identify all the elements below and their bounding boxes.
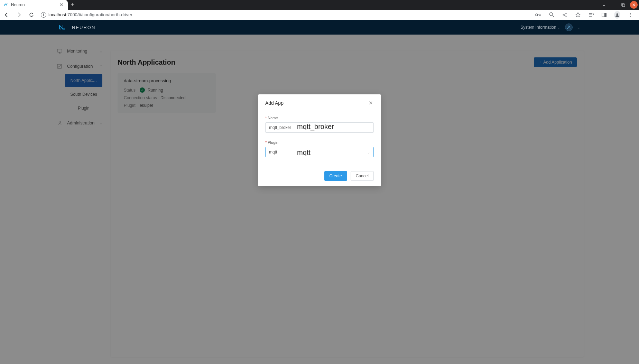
side-panel-icon[interactable]: [601, 13, 607, 17]
chevron-down-icon: ⌄: [367, 150, 370, 154]
password-key-icon[interactable]: [535, 13, 541, 17]
user-avatar-icon[interactable]: [565, 24, 573, 31]
tab-title: Neuron: [11, 2, 59, 7]
window-maximize-icon[interactable]: [620, 1, 627, 8]
url-path: :7000/#/configuration/north-driver: [66, 12, 132, 17]
page-body: Monitoring ⌄ Configuration ⌃ North Appli…: [0, 35, 639, 364]
nav-reload-icon[interactable]: [28, 12, 35, 18]
svg-rect-8: [604, 13, 606, 17]
modal-backdrop[interactable]: [0, 35, 639, 364]
chevron-down-icon[interactable]: ⌄: [577, 26, 580, 29]
window-close-icon[interactable]: ✕: [630, 1, 638, 9]
svg-point-2: [536, 14, 538, 16]
svg-point-6: [565, 16, 566, 17]
app-header: NEURON System Information ⌄ ⌄: [0, 20, 639, 35]
chevron-down-icon: ⌄: [557, 26, 560, 29]
browser-tab-strip: Neuron ✕ + ⌄ ─ ✕: [0, 0, 639, 10]
system-info-link[interactable]: System Information ⌄: [520, 25, 560, 30]
reading-list-icon[interactable]: [588, 12, 594, 17]
new-tab-button[interactable]: +: [68, 0, 77, 10]
create-button[interactable]: Create: [324, 171, 347, 181]
plugin-select[interactable]: mqtt ⌄: [265, 147, 374, 157]
name-field-label: *Name: [265, 116, 374, 120]
add-app-modal: Add App ✕ *Name mqtt_broker *Plugin mqtt…: [258, 94, 381, 186]
svg-point-4: [563, 14, 564, 15]
nav-back-icon[interactable]: [3, 12, 10, 18]
svg-rect-1: [622, 4, 625, 7]
plugin-field-label: *Plugin: [265, 140, 374, 144]
bookmark-star-icon[interactable]: [575, 12, 581, 17]
chrome-menu-icon[interactable]: ⋮: [627, 12, 633, 18]
cancel-button[interactable]: Cancel: [351, 171, 374, 181]
app-logo[interactable]: NEURON: [59, 24, 95, 30]
svg-point-5: [565, 13, 566, 14]
svg-point-9: [617, 13, 618, 15]
tab-overflow-icon[interactable]: ⌄: [602, 2, 606, 7]
window-minimize-icon[interactable]: ─: [609, 1, 616, 8]
close-icon[interactable]: ✕: [368, 100, 374, 106]
browser-tab[interactable]: Neuron ✕: [0, 0, 68, 10]
name-input[interactable]: [265, 122, 374, 133]
tab-close-icon[interactable]: ✕: [59, 2, 64, 8]
modal-title: Add App: [265, 100, 284, 106]
nav-forward-icon: [16, 12, 22, 18]
site-info-icon[interactable]: i: [41, 12, 46, 18]
logo-text: NEURON: [72, 25, 95, 30]
svg-point-10: [568, 26, 569, 27]
zoom-icon[interactable]: [548, 12, 555, 17]
browser-address-bar: i localhost:7000/#/configuration/north-d…: [0, 10, 639, 20]
url-display[interactable]: i localhost:7000/#/configuration/north-d…: [41, 12, 535, 18]
plugin-select-value: mqtt: [269, 150, 277, 155]
profile-avatar-icon[interactable]: [614, 11, 620, 19]
svg-point-3: [549, 13, 553, 16]
logo-mark-icon: [59, 24, 68, 30]
share-icon[interactable]: [562, 12, 568, 17]
tab-favicon: [3, 2, 8, 7]
url-host: localhost: [48, 12, 66, 17]
